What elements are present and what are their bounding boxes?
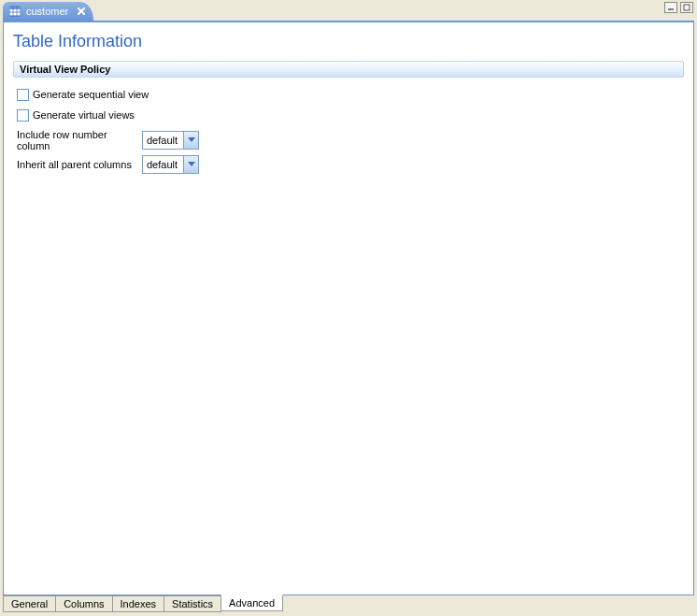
svg-rect-1 [9,7,21,9]
select-inherit-parent-columns[interactable]: default [142,155,199,174]
main-panel: Table Information Virtual View Policy Ge… [3,21,694,595]
select-include-row-number[interactable]: default [142,131,199,150]
section-virtual-view-policy: Virtual View Policy Generate sequential … [4,57,693,195]
checkbox-row-sequential-view: Generate sequential view [17,85,680,104]
checkbox-generate-sequential-view[interactable] [17,89,29,101]
row-label: Include row number column [17,129,142,151]
checkbox-label: Generate virtual views [33,109,135,121]
title-bar: customer [0,0,697,21]
tab-statistics[interactable]: Statistics [164,595,221,612]
tab-indexes[interactable]: Indexes [112,595,165,612]
chevron-down-icon[interactable] [183,156,198,173]
select-value: default [143,132,183,149]
close-icon[interactable] [77,7,86,16]
window-controls [664,2,693,13]
svg-marker-10 [188,162,195,166]
bottom-tabs: General Columns Indexes Statistics Advan… [3,595,694,614]
tab-columns[interactable]: Columns [55,595,112,612]
svg-rect-8 [684,5,690,10]
checkbox-generate-virtual-views[interactable] [17,109,29,122]
row-label: Inherit all parent columns [17,159,142,170]
maximize-button[interactable] [680,2,693,13]
form-area: Generate sequential view Generate virtua… [13,78,684,186]
page-title: Table Information [4,22,693,57]
row-inherit-parent-columns: Inherit all parent columns default [17,154,680,175]
minimize-button[interactable] [664,2,677,13]
select-value: default [143,156,183,173]
svg-marker-9 [188,137,195,142]
row-include-row-number: Include row number column default [17,130,680,150]
checkbox-label: Generate sequential view [33,89,149,100]
tab-advanced[interactable]: Advanced [220,595,283,611]
table-icon [8,5,21,18]
chevron-down-icon[interactable] [183,132,198,149]
checkbox-row-virtual-views: Generate virtual views [17,106,680,124]
section-header: Virtual View Policy [13,61,684,78]
tab-general[interactable]: General [3,595,56,612]
editor-tab-label: customer [26,6,68,17]
editor-tab-customer[interactable]: customer [3,2,93,21]
